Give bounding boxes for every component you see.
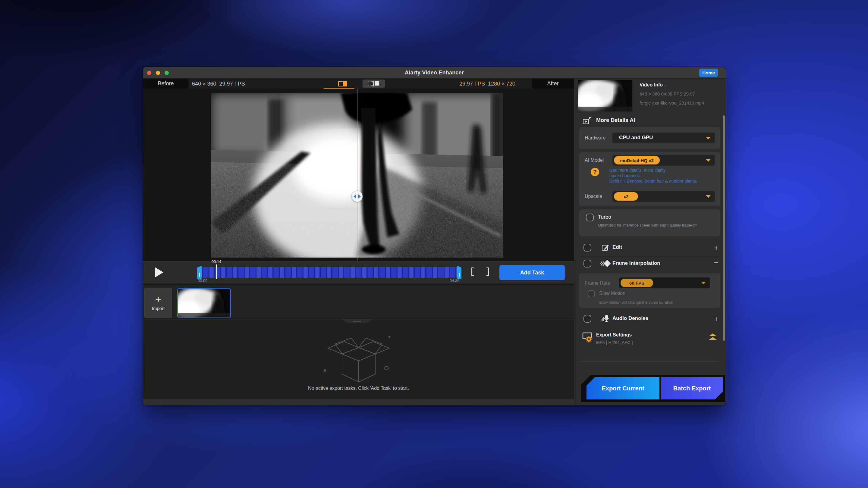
trim-end-handle[interactable] [457,266,461,279]
split-view-icon [338,81,347,87]
grab-dash-icon [353,321,361,321]
export-settings-icon [582,331,594,343]
playhead[interactable] [216,264,217,279]
model-help-line-2: more sharpness. [610,173,641,178]
divider-right-arrow-icon [358,194,361,198]
clip-thumbnail-selected[interactable] [177,288,231,318]
slow-motion-description: Slow motion will change the video durati… [599,300,717,305]
add-task-button[interactable]: Add Task [499,265,565,280]
section-title: More Details AI [596,117,635,124]
before-resolution: 640 × 360 29.97 FPS [192,81,245,87]
frame-rate-label: Frame Rate [585,281,610,286]
panel-resize-handle[interactable] [339,319,375,323]
video-info-filename: fergie-just-like-you_291419.mp4 [640,100,704,105]
video-info-thumbnail [578,80,632,111]
model-help-line-3: Deblur + Denoise. Better hair & outdoor … [610,178,697,184]
audio-denoise-label: Audio Denoise [613,315,648,321]
window-footer [143,398,574,405]
tab-after[interactable]: After [532,78,574,89]
upscale-badge: x2 [614,192,638,201]
frame-rate-card: Frame Rate 60 FPS Slow Motion Slow motio… [579,272,720,308]
sidebar-scrollbar[interactable] [723,116,725,341]
frame-interpolation-icon [600,260,611,267]
model-help-line-1: Gen more details, more clarity, [610,168,667,173]
edit-label: Edit [613,244,622,250]
clip-thumbnail-image [178,289,230,318]
video-info-title: Video Info : [640,82,666,88]
frame-rate-dropdown[interactable]: 60 FPS [619,278,710,288]
start-time-label: 00:00 [198,278,208,283]
import-button[interactable]: + Import [144,288,172,318]
mark-out-button[interactable]: ] [485,266,491,278]
divider [579,361,720,361]
video-preview-stage [143,89,574,261]
side-by-side-icon [369,82,379,86]
app-window: Aiarty Video Enhancer Home Before 640 × … [143,67,726,405]
timeline-track[interactable] [198,267,461,278]
chevron-down-icon [706,137,711,139]
frame-rate-badge: 60 FPS [621,279,653,287]
window-title: Aiarty Video Enhancer [143,70,726,76]
turbo-description: Optimized for inference speed with sligh… [598,223,712,228]
divider-bar-icon [357,194,358,199]
ai-model-dropdown[interactable]: moDetail-HQ v2 [613,155,715,166]
audio-denoise-checkbox[interactable] [584,315,591,323]
ai-model-label: AI Model [585,158,604,163]
turbo-checkbox[interactable] [586,214,594,221]
upscale-dropdown[interactable]: x2 [613,191,715,202]
upscale-label: Upscale [585,194,602,199]
collapse-up-icon[interactable] [709,333,717,341]
after-label: After [547,80,558,87]
batch-export-button[interactable]: Batch Export [661,377,723,399]
hardware-card: Hardware CPU and GPU [579,127,720,149]
empty-tasks-message: No active export tasks. Click 'Add Task'… [143,386,574,391]
slow-motion-checkbox[interactable] [588,290,595,297]
chevron-down-icon [706,159,711,162]
chevron-down-icon [701,282,706,284]
more-details-ai-icon [583,117,592,125]
current-time-label: 00:14 [208,259,225,264]
before-label: Before [158,80,174,87]
ai-model-card: AI Model moDetail-HQ v2 ? Gen more detai… [579,152,720,206]
frame-interpolation-collapse-button[interactable]: − [714,259,718,267]
export-settings-title: Export Settings [596,332,632,338]
divider [579,257,720,257]
export-task-list: No active export tasks. Click 'Add Task'… [143,319,574,398]
slow-motion-label: Slow Motion [599,291,625,296]
trim-start-handle[interactable] [197,266,202,279]
edit-checkbox[interactable] [584,244,591,252]
turbo-card: Turbo Optimized for inference speed with… [579,209,720,236]
edit-icon [601,244,610,252]
hardware-dropdown[interactable]: CPU and GPU [613,133,715,143]
help-icon[interactable]: ? [591,168,599,176]
playback-controls: 00:14 00:00 04:38 [ ] Add Task [143,261,574,283]
edit-expand-button[interactable]: + [714,244,718,252]
play-icon [155,267,163,278]
preview-panel: Before 640 × 360 29.97 FPS 29.97 FPS 128… [143,78,574,405]
hardware-label: Hardware [585,135,606,141]
media-bin: + Import [143,284,574,319]
plus-icon: + [155,295,161,304]
video-info-meta: 640 × 360 04:38 FPS:29.97 [640,91,695,96]
compare-divider-line[interactable] [357,89,358,261]
export-current-button[interactable]: Export Current [587,377,659,399]
compare-strip: Before 640 × 360 29.97 FPS 29.97 FPS 128… [143,78,574,89]
frame-interpolation-checkbox[interactable] [584,260,591,267]
split-view-toggle[interactable] [331,79,354,88]
hardware-value: CPU and GPU [619,135,653,141]
title-bar: Aiarty Video Enhancer Home [143,67,726,78]
video-info-image [578,80,632,111]
turbo-label: Turbo [598,214,611,220]
tab-before[interactable]: Before [143,78,189,89]
mark-in-button[interactable]: [ [470,266,475,278]
compare-divider-handle[interactable] [352,191,363,202]
divider-left-arrow-icon [353,194,356,198]
audio-denoise-expand-button[interactable]: + [714,315,718,323]
side-by-side-toggle[interactable] [363,79,385,88]
empty-box-illustration [316,328,401,386]
play-button[interactable] [150,265,169,280]
after-resolution: 29.97 FPS 1280 × 720 [459,81,516,87]
frame-interpolation-label: Frame Interpolation [613,260,660,266]
export-format-value: MP4 [ H.264, AAC ] [596,340,632,345]
home-button[interactable]: Home [699,69,718,77]
